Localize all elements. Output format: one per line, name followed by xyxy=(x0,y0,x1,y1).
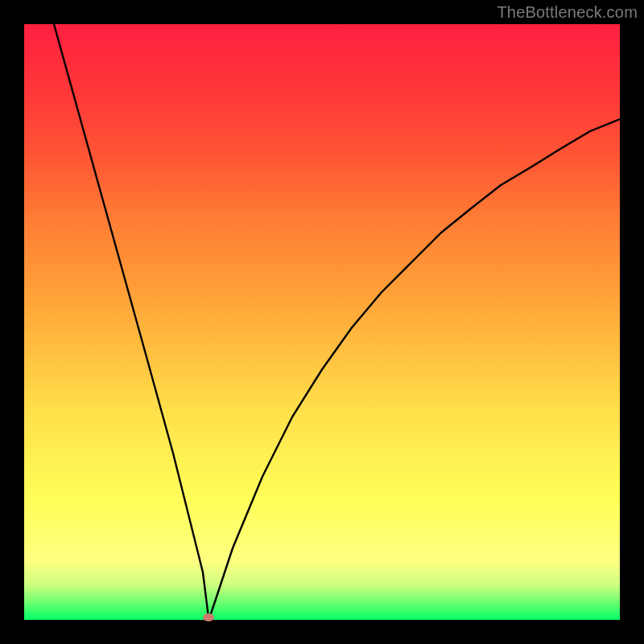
attribution-text: TheBottleneck.com xyxy=(497,3,638,22)
bottleneck-chart xyxy=(24,24,620,620)
heatmap-gradient xyxy=(24,24,620,620)
bottleneck-marker xyxy=(203,613,214,621)
